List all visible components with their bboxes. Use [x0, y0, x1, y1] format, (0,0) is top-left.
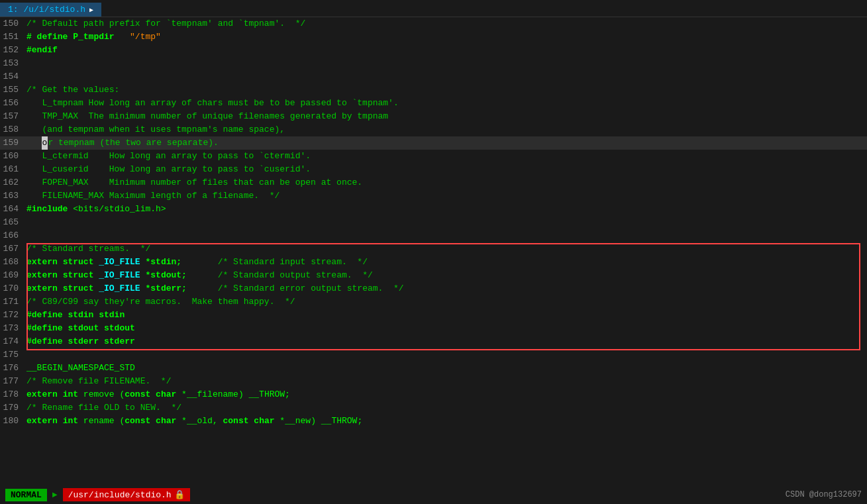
code-line: 158 (and tempnam when it uses tmpnam's n… [0, 123, 867, 136]
line-content: (and tempnam when it uses tmpnam's name … [24, 123, 285, 136]
code-container: 150/* Default path prefix for `tempnam' … [0, 17, 867, 484]
line-content [24, 348, 26, 362]
file-path-status: /usr/include/stdio.h 🔒 [63, 488, 190, 501]
lines-wrapper: 150/* Default path prefix for `tempnam' … [0, 17, 867, 428]
line-content [24, 70, 26, 83]
line-content: #endif [24, 44, 58, 57]
line-number: 155 [0, 83, 24, 97]
mode-badge: NORMAL [5, 489, 47, 501]
status-left: NORMAL ► /usr/include/stdio.h 🔒 [5, 488, 190, 501]
code-line: 157 TMP_MAX The minimum number of unique… [0, 110, 867, 123]
line-content: extern struct _IO_FILE *stdin; /* Standa… [24, 256, 368, 269]
code-line: 159 or tempnam (the two are separate). [0, 136, 867, 150]
tab-bar: 1: /u/i/stdio.h ▶ [0, 0, 867, 17]
line-number: 157 [0, 110, 24, 123]
line-number: 179 [0, 401, 24, 415]
line-content: L_ctermid How long an array to pass to `… [24, 150, 311, 163]
line-number: 165 [0, 216, 24, 229]
code-line: 163 FILENAME_MAX Maximum length of a fil… [0, 189, 867, 203]
line-content: extern struct _IO_FILE *stdout; /* Stand… [24, 269, 373, 282]
code-line: 167/* Standard streams. */ [0, 242, 867, 256]
code-line: 160 L_ctermid How long an array to pass … [0, 150, 867, 163]
code-line: 156 L_tmpnam How long an array of chars … [0, 97, 867, 110]
line-content [24, 229, 26, 242]
code-line: 164#include <bits/stdio_lim.h> [0, 203, 867, 216]
code-line: 166 [0, 229, 867, 242]
tab-label: 1: /u/i/stdio.h [8, 5, 85, 15]
line-number: 151 [0, 30, 24, 44]
status-bar: NORMAL ► /usr/include/stdio.h 🔒 CSDN @do… [0, 485, 867, 504]
line-content: FOPEN_MAX Minimum number of files that c… [24, 176, 362, 189]
code-line: 161 L_cuserid How long an array to pass … [0, 163, 867, 176]
code-line: 175 [0, 348, 867, 362]
line-number: 164 [0, 203, 24, 216]
line-number: 175 [0, 348, 24, 362]
line-content: /* Get the values: [24, 83, 119, 97]
line-number: 166 [0, 229, 24, 242]
line-content: /* Remove file FILENAME. */ [24, 375, 171, 388]
code-line: 155/* Get the values: [0, 83, 867, 97]
line-content: __BEGIN_NAMESPACE_STD [24, 362, 135, 375]
line-number: 170 [0, 282, 24, 295]
code-line: 165 [0, 216, 867, 229]
status-right: CSDN @dong132697 [786, 490, 862, 499]
code-line: 179/* Rename file OLD to NEW. */ [0, 401, 867, 415]
line-number: 160 [0, 150, 24, 163]
filepath-text: /usr/include/stdio.h [68, 490, 172, 500]
line-number: 161 [0, 163, 24, 176]
line-content: #define stdin stdin [24, 309, 125, 322]
lock-icon: 🔒 [174, 489, 185, 500]
code-line: 151# define P_tmpdir "/tmp" [0, 30, 867, 44]
line-content: #define stderr stderr [24, 335, 135, 348]
line-content: /* Default path prefix for `tempnam' and… [24, 17, 305, 30]
line-number: 176 [0, 362, 24, 375]
code-line: 168extern struct _IO_FILE *stdin; /* Sta… [0, 256, 867, 269]
line-content [24, 57, 26, 70]
code-line: 162 FOPEN_MAX Minimum number of files th… [0, 176, 867, 189]
code-line: 171/* C89/C99 say they're macros. Make t… [0, 295, 867, 309]
line-number: 163 [0, 189, 24, 203]
line-number: 177 [0, 375, 24, 388]
code-line: 153 [0, 57, 867, 70]
code-line: 174#define stderr stderr [0, 335, 867, 348]
line-number: 174 [0, 335, 24, 348]
line-content: # define P_tmpdir "/tmp" [24, 30, 161, 44]
line-number: 153 [0, 57, 24, 70]
code-line: 177/* Remove file FILENAME. */ [0, 375, 867, 388]
line-number: 159 [0, 136, 24, 150]
line-content: extern int remove (const char *__filenam… [24, 388, 290, 401]
code-line: 154 [0, 70, 867, 83]
code-line: 172#define stdin stdin [0, 309, 867, 322]
code-line: 180extern int rename (const char *__old,… [0, 415, 867, 428]
code-line: 178extern int remove (const char *__file… [0, 388, 867, 401]
line-content [24, 216, 26, 229]
credit-text: CSDN @dong132697 [786, 490, 862, 499]
line-number: 162 [0, 176, 24, 189]
line-content: #include <bits/stdio_lim.h> [24, 203, 166, 216]
code-line: 152#endif [0, 44, 867, 57]
code-line: 176__BEGIN_NAMESPACE_STD [0, 362, 867, 375]
line-number: 171 [0, 295, 24, 309]
line-content: #define stdout stdout [24, 322, 135, 335]
line-number: 156 [0, 97, 24, 110]
line-number: 172 [0, 309, 24, 322]
line-content: extern struct _IO_FILE *stderr; /* Stand… [24, 282, 404, 295]
line-number: 150 [0, 17, 24, 30]
line-number: 173 [0, 322, 24, 335]
line-content: /* Standard streams. */ [24, 242, 150, 256]
code-line: 150/* Default path prefix for `tempnam' … [0, 17, 867, 30]
tab-stdio[interactable]: 1: /u/i/stdio.h ▶ [0, 3, 101, 17]
line-number: 178 [0, 388, 24, 401]
line-number: 152 [0, 44, 24, 57]
line-number: 158 [0, 123, 24, 136]
mode-arrow: ► [52, 490, 58, 500]
line-content: L_cuserid How long an array to pass to `… [24, 163, 311, 176]
line-number: 180 [0, 415, 24, 428]
line-content: /* C89/C99 say they're macros. Make them… [24, 295, 295, 309]
code-line: 170extern struct _IO_FILE *stderr; /* St… [0, 282, 867, 295]
code-line: 169extern struct _IO_FILE *stdout; /* St… [0, 269, 867, 282]
line-content: /* Rename file OLD to NEW. */ [24, 401, 181, 415]
line-number: 154 [0, 70, 24, 83]
line-number: 167 [0, 242, 24, 256]
line-content: FILENAME_MAX Maximum length of a filenam… [24, 189, 280, 203]
